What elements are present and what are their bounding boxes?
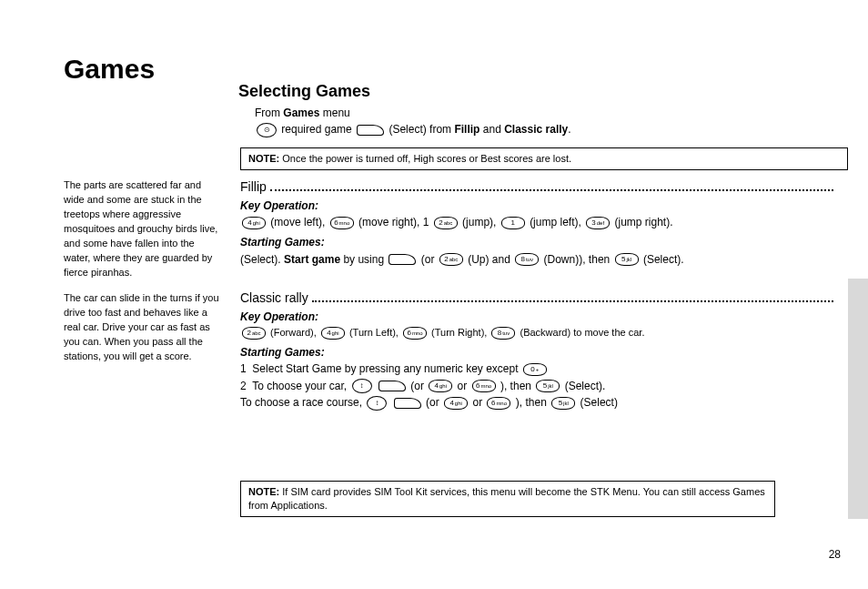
- intro-and: and: [483, 123, 501, 136]
- rally-body: Key Operation: 2abc (Forward), 4ghi (Tur…: [240, 308, 837, 412]
- rally-heading-row: Classic rally: [240, 289, 837, 307]
- intro-games: Games: [283, 107, 319, 119]
- rally-step1: 1 Select Start Game by pressing any nume…: [240, 361, 837, 376]
- key-5-icon: 5jkl: [536, 380, 560, 392]
- side-tab: [848, 279, 868, 519]
- txt: (Backward) to move the car.: [520, 327, 645, 338]
- fillip-start-label: Starting Games:: [240, 235, 837, 249]
- page-title: Games: [64, 51, 155, 88]
- key-8-icon: 8tuv: [515, 253, 539, 266]
- txt: ), then: [516, 396, 547, 409]
- key-6-icon: 6mno: [403, 327, 427, 340]
- txt: or: [472, 396, 482, 409]
- section-title: Selecting Games: [238, 80, 370, 102]
- rally-step2: 2 To choose your car, ↕ (or 4ghi or 6mno…: [240, 379, 837, 394]
- intro-menu: menu: [323, 107, 350, 119]
- txt: (Up) and: [468, 253, 510, 266]
- txt: (Select).: [643, 253, 684, 266]
- step-num: 1: [240, 362, 247, 375]
- rally-start-label: Starting Games:: [240, 345, 837, 360]
- intro-block: From Games menu ⊙ required game (Select)…: [255, 104, 828, 139]
- leader-dots: [270, 189, 833, 191]
- key-4-icon: 4ghi: [242, 217, 266, 229]
- txt: (Down)), then: [544, 253, 611, 266]
- key-0-icon: 0+: [523, 363, 547, 376]
- key-4-icon: 4ghi: [444, 397, 468, 410]
- txt: (jump left),: [530, 216, 581, 228]
- key-8-icon: 8tuv: [491, 327, 515, 340]
- key-2-icon: 2abc: [439, 253, 463, 266]
- rally-heading: Classic rally: [240, 289, 308, 307]
- key-5-icon: 5jkl: [615, 253, 639, 266]
- rally-keyop-label: Key Operation:: [240, 310, 837, 324]
- txt: (Select): [580, 396, 618, 409]
- dpad-icon: ↕: [352, 379, 372, 393]
- txt: (or: [421, 253, 435, 266]
- intro-classic: Classic rally: [504, 123, 568, 136]
- key-2-icon: 2abc: [242, 327, 266, 340]
- note2-text: If SIM card provides SIM Tool Kit servic…: [248, 486, 765, 511]
- txt: Start game: [284, 253, 340, 266]
- txt: (Select).: [240, 253, 281, 266]
- step-num: 2: [240, 380, 247, 392]
- fillip-heading: Fillip: [240, 178, 267, 196]
- note-box-2: NOTE: If SIM card provides SIM Tool Kit …: [240, 481, 775, 517]
- txt: (Select).: [565, 380, 606, 392]
- fillip-blurb: The parts are scattered far and wide and…: [64, 178, 220, 280]
- txt: or: [458, 380, 468, 392]
- side-tab-label: Games: [864, 527, 868, 566]
- key-3-icon: 3def: [586, 217, 610, 229]
- softkey-icon: [378, 381, 406, 391]
- txt: (Turn Left),: [349, 327, 399, 338]
- key-5-icon: 5jkl: [551, 397, 575, 410]
- note-box-1: NOTE: Once the power is turned off, High…: [240, 147, 848, 170]
- rally-step2b: To choose a race course, ↕ (or 4ghi or 6…: [240, 395, 837, 411]
- txt: (move right), 1: [358, 216, 429, 228]
- intro-required: required game: [281, 123, 351, 136]
- softkey-icon: [394, 398, 421, 409]
- rally-blurb: The car can slide in the turns if you dr…: [64, 291, 220, 364]
- txt: (jump right).: [615, 216, 673, 228]
- fillip-body: Key Operation: 4ghi (move left), 6mno (m…: [240, 197, 837, 269]
- txt: (or: [410, 380, 424, 392]
- softkey-icon: [357, 125, 384, 136]
- key-6-icon: 6mno: [472, 380, 496, 392]
- fillip-heading-row: Fillip: [240, 178, 837, 196]
- txt: by using: [343, 253, 384, 266]
- fillip-keyop-label: Key Operation:: [240, 198, 837, 213]
- txt: (or: [426, 396, 439, 409]
- dpad-icon: ↕: [367, 396, 387, 411]
- txt: To choose a race course,: [240, 396, 362, 409]
- key-4-icon: 4ghi: [429, 380, 452, 392]
- key-4-icon: 4ghi: [321, 327, 345, 340]
- fillip-keyop-text: 4ghi (move left), 6mno (move right), 1 2…: [240, 215, 837, 229]
- key-6-icon: 6mno: [487, 397, 510, 410]
- note1-label: NOTE:: [248, 153, 279, 164]
- key-1-icon: 1: [501, 217, 525, 229]
- key-2-icon: 2abc: [434, 217, 458, 229]
- leader-dots: [312, 300, 833, 302]
- fillip-start-text: (Select). Start game by using (or 2abc (…: [240, 252, 837, 267]
- txt: (move left),: [270, 216, 325, 228]
- intro-from: From: [255, 107, 280, 119]
- dpad-icon: ⊙: [257, 123, 277, 137]
- rally-keyop-text: 2abc (Forward), 4ghi (Turn Left), 6mno (…: [240, 326, 837, 340]
- txt: Select Start Game by pressing any numeri…: [252, 362, 518, 375]
- txt: (Forward),: [270, 327, 317, 338]
- note2-label: NOTE:: [248, 486, 279, 497]
- txt: (jump),: [462, 216, 496, 228]
- note1-text: Once the power is turned off, High score…: [282, 153, 571, 164]
- page-number: 28: [829, 547, 841, 562]
- key-6-icon: 6mno: [330, 217, 354, 229]
- softkey-icon: [389, 254, 416, 265]
- txt: To choose your car,: [252, 380, 347, 392]
- txt: ), then: [500, 380, 531, 392]
- intro-fillip: Fillip: [454, 123, 479, 136]
- txt: (Turn Right),: [431, 327, 487, 338]
- intro-select: (Select) from: [389, 123, 451, 136]
